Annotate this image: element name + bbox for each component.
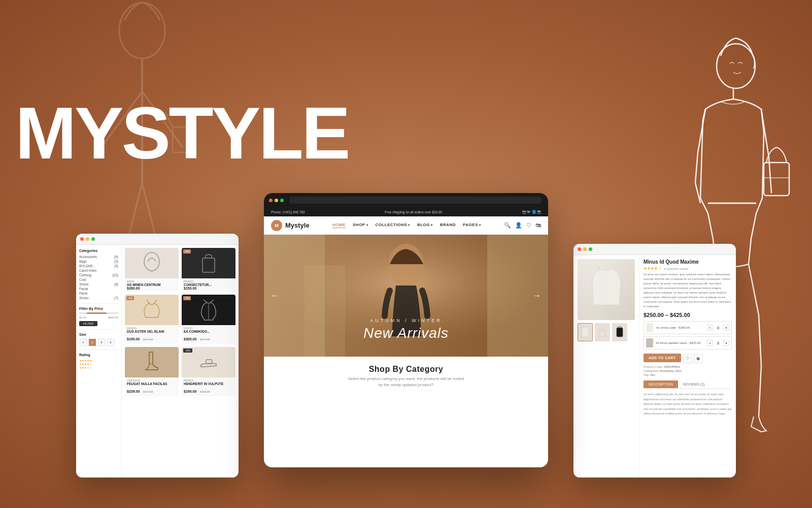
size-option-8[interactable]: 8	[98, 339, 105, 346]
variant-option-2[interactable]: Et forum aputam netus - $425.00 − 0 +	[644, 336, 732, 350]
center-browser-top	[264, 193, 548, 207]
product-images-panel	[573, 255, 639, 478]
qty-minus-1[interactable]: −	[707, 325, 713, 331]
qty-plus-1[interactable]: +	[723, 325, 729, 331]
left-browser-bar	[76, 234, 239, 245]
wishlist-icon[interactable]: ♡	[526, 222, 531, 229]
account-icon[interactable]: 👤	[515, 222, 522, 229]
product-title-1: AD MINEN CENTRUM	[127, 283, 177, 287]
nav-collections[interactable]: COLLECTIONS	[375, 223, 410, 228]
thumbnail-1[interactable]	[578, 323, 593, 341]
hero-arrow-right[interactable]: →	[533, 291, 541, 300]
product-card-1[interactable]: ZARA AD MINEN CENTRUM $260.00	[125, 248, 179, 292]
product-info-3: KENZO DUS AUTEN VEL BLAIN $199.00 $274.9…	[125, 325, 179, 344]
divider	[79, 350, 118, 350]
brand-title: MYSTYLE	[15, 97, 349, 170]
nav-shop[interactable]: SHOP	[353, 223, 368, 228]
filter-button[interactable]: FILTER	[79, 321, 97, 326]
thumbnail-2[interactable]	[595, 323, 610, 341]
size-option-4[interactable]: 4	[80, 339, 87, 346]
svg-rect-26	[617, 328, 623, 337]
product-badge-3: -4%	[126, 296, 134, 300]
left-sidebar: Categories Accessories(6) Bags(5) BVLGAR…	[76, 245, 122, 478]
product-card-2[interactable]: -9% PRADA CONSECTETUR... $150.00	[182, 248, 235, 292]
product-old-price-3: $274.95	[143, 338, 153, 341]
size-option-6[interactable]: 6	[89, 339, 96, 346]
tab-description[interactable]: DESCRIPTION	[644, 380, 678, 388]
nav-pages[interactable]: PAGES	[463, 223, 481, 228]
social-icons: 📷 🐦 📘 📸	[522, 210, 541, 214]
shop-by-subtitle: Select the product category you want, th…	[272, 376, 540, 388]
rating-5[interactable]: ★★★★★	[79, 359, 118, 362]
hero-arrow-left[interactable]: ←	[271, 291, 279, 300]
product-price-5: $239.00	[127, 390, 140, 393]
product-badge-2: -9%	[183, 249, 191, 253]
products-grid-container: ZARA AD MINEN CENTRUM $260.00 -9%	[122, 245, 239, 478]
shop-by-title: Shop By Category	[272, 365, 540, 374]
nav-home[interactable]: HOME	[332, 223, 346, 228]
sidebar-item: BVLGAR...(3)	[79, 264, 118, 268]
svg-rect-14	[202, 258, 215, 272]
hero-text: AUTUMN / WINTER New Arrivals	[363, 318, 449, 341]
variant-label-1: Ac ornery adet - $250.00	[656, 326, 690, 329]
browser-dot-green	[91, 237, 95, 241]
variant-option-1[interactable]: Ac ornery adet - $250.00 − 0 +	[644, 321, 732, 334]
svg-point-13	[144, 252, 159, 271]
nav-icons: 🔍 👤 ♡ 🛍	[504, 222, 541, 229]
browser-dot-red	[269, 199, 273, 202]
qty-minus-2[interactable]: −	[707, 340, 713, 346]
product-price-3: $199.00	[127, 337, 140, 341]
nav-blog[interactable]: BLOG	[417, 223, 433, 228]
categories-title: Categories	[79, 249, 118, 252]
product-title-6: HENDRERIT IN VULPUTE	[184, 382, 233, 386]
add-to-cart-button[interactable]: ADD TO CART	[644, 354, 681, 362]
wishlist-add-icon[interactable]: ♡	[683, 354, 692, 363]
product-rating: ★★★★★ 2 customer review	[644, 266, 732, 271]
right-browser-bar	[573, 244, 736, 255]
hero-area: ← → AUTUMN / WINTER New Arrivals	[264, 235, 548, 357]
rating-3[interactable]: ★★★★★	[79, 366, 118, 369]
tab-reviews[interactable]: REVIEWS (2)	[678, 380, 710, 388]
filter-price-title: Filter By Price	[79, 307, 118, 310]
review-count: 2 customer review	[664, 267, 689, 270]
screenshot-right: Minus Id Quod Maxime ★★★★★ 2 customer re…	[573, 244, 736, 478]
product-tabs: DESCRIPTION REVIEWS (2)	[644, 380, 732, 389]
price-range-bar	[79, 312, 118, 314]
thumbnail-row	[578, 323, 635, 341]
rating-4[interactable]: ★★★★★	[79, 362, 118, 366]
rating-title: Rating	[79, 353, 118, 357]
product-price: $250.00 – $425.00	[644, 312, 732, 318]
thumbnail-3[interactable]	[612, 323, 627, 341]
nav-logo: M Mystyle	[271, 220, 310, 231]
product-card-3[interactable]: -4% KENZO DUS AUTEN VEL BLAIN	[125, 295, 179, 344]
price-range-fill	[87, 312, 107, 314]
svg-rect-25	[601, 329, 604, 332]
variant-swatch-2	[646, 338, 653, 347]
product-title-4: EA COMMODO...	[184, 330, 233, 333]
right-screen-content: Minus Id Quod Maxime ★★★★★ 2 customer re…	[573, 255, 736, 478]
cart-icon[interactable]: 🛍	[535, 222, 541, 229]
product-card-5[interactable]: VERSACE FEUGAT NULLA FACILAS $239.00 $37…	[125, 347, 179, 396]
browser-dot-red	[578, 247, 581, 251]
qty-plus-2[interactable]: +	[723, 340, 729, 346]
nav-brand[interactable]: BRAND	[440, 223, 456, 228]
logo-text: Mystyle	[285, 221, 310, 229]
product-meta-tag: Tag: Ze+	[644, 373, 732, 376]
product-image-5	[125, 347, 179, 377]
tab-content: Ut enim adipiscing elit. At vero eos et …	[644, 389, 732, 420]
logo-icon: M	[271, 220, 282, 231]
product-info-2: PRADA CONSECTETUR... $150.00	[182, 278, 235, 292]
compare-icon[interactable]: ⊕	[694, 354, 703, 363]
screenshot-center: Phone: (+001) 846 783 Free shipping on a…	[264, 193, 548, 467]
search-icon[interactable]: 🔍	[504, 222, 511, 229]
product-card-6[interactable]: -16% PRADA HENDRERIT IN VULPUTE $190.0	[182, 347, 235, 396]
product-title-2: CONSECTETUR...	[184, 283, 233, 287]
nav-links: HOME SHOP COLLECTIONS BLOG BRAND PAGES	[332, 223, 481, 228]
browser-dot-yellow	[86, 237, 89, 241]
product-description: Ut enim ad minim veniam, quis nostrud ex…	[644, 272, 732, 309]
main-product-image	[578, 259, 635, 320]
sidebar-item: Shoes(7)	[79, 296, 118, 300]
size-option-9[interactable]: 9	[107, 339, 114, 346]
product-card-4[interactable]: -4% GUCCI EA COMMODO...	[182, 295, 235, 344]
product-price-4: $305.00	[184, 337, 196, 341]
